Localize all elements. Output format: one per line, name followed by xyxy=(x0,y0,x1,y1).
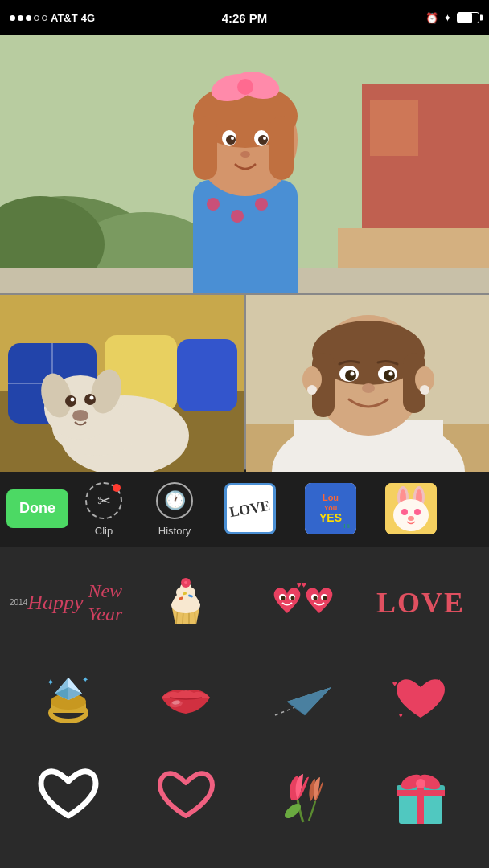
photo-woman xyxy=(246,295,490,472)
svg-point-41 xyxy=(71,398,75,402)
sticker-paper-airplane[interactable] xyxy=(244,651,362,747)
sticker-love-text: LOVE xyxy=(228,497,271,519)
signal-dot-4 xyxy=(34,15,39,21)
scissors-icon: ✂ xyxy=(97,491,111,510)
happy-new-year-sticker: 2014 Happy New Year xyxy=(10,579,127,626)
heart-pink-sticker xyxy=(156,768,216,824)
svg-point-75 xyxy=(401,509,408,515)
svg-point-42 xyxy=(90,396,94,400)
sticker-grid: 2014 Happy New Year xyxy=(0,547,489,868)
carrier-label: AT&T xyxy=(51,12,78,24)
sticker-partial-1[interactable] xyxy=(10,844,127,868)
svg-rect-16 xyxy=(269,116,294,180)
svg-marker-114 xyxy=(287,687,331,715)
signal-dot-1 xyxy=(10,15,15,21)
signal-dots xyxy=(10,15,47,21)
paper-airplane-sticker xyxy=(271,671,335,727)
svg-point-63 xyxy=(362,383,375,393)
svg-point-60 xyxy=(384,370,395,381)
photo-grid xyxy=(0,35,489,469)
svg-text:♥: ♥ xyxy=(392,679,397,688)
heart-solid-sticker: ♥ ♥ ♥ xyxy=(392,674,449,726)
svg-rect-15 xyxy=(193,116,217,180)
sticker-love-selected: LOVE xyxy=(224,483,276,534)
status-left: AT&T 4G xyxy=(10,12,95,24)
sticker-love-text[interactable]: LOVE xyxy=(362,555,479,651)
svg-point-56 xyxy=(420,385,429,395)
clip-icon-wrap: ✂ xyxy=(83,480,125,522)
sticker-lips[interactable] xyxy=(127,651,244,747)
sticker-cupcake[interactable] xyxy=(127,555,244,651)
svg-text:♥♥: ♥♥ xyxy=(297,580,306,589)
heart-white-sticker xyxy=(36,766,101,826)
svg-point-9 xyxy=(207,198,220,211)
network-label: 4G xyxy=(81,12,95,24)
clip-tool[interactable]: ✂ Clip xyxy=(68,480,139,537)
flowers-sticker xyxy=(275,766,331,826)
svg-point-76 xyxy=(414,509,421,515)
sticker-happy-new-year[interactable]: 2014 Happy New Year xyxy=(10,555,127,651)
alarm-icon: ⏰ xyxy=(425,12,438,24)
sticker-ring[interactable]: ✦ ✦ xyxy=(10,651,127,747)
lips-sticker xyxy=(154,675,218,723)
svg-point-62 xyxy=(388,372,392,376)
clip-label: Clip xyxy=(95,525,113,537)
sticker-heart-white[interactable] xyxy=(10,747,127,844)
svg-point-97 xyxy=(323,596,327,600)
photo-girl xyxy=(0,35,489,293)
cupcake-sticker xyxy=(158,575,214,631)
svg-point-74 xyxy=(393,499,429,531)
status-right: ⏰ ✦ xyxy=(425,12,479,24)
svg-point-55 xyxy=(307,385,317,395)
svg-text:✦: ✦ xyxy=(47,677,55,688)
svg-point-59 xyxy=(345,370,356,381)
svg-point-86 xyxy=(184,581,187,584)
battery-fill xyxy=(458,13,472,23)
sticker-flowers[interactable] xyxy=(244,747,362,844)
toolbar: Done ✂ Clip 🕐 History LOVE Lou You xyxy=(0,469,489,547)
signal-dot-3 xyxy=(26,15,31,21)
sticker-hearts-couple[interactable]: ♥♥ xyxy=(244,555,362,651)
sticker-love-tab[interactable]: LOVE xyxy=(210,483,290,534)
clock-icon: 🕐 xyxy=(164,490,186,511)
history-label: History xyxy=(158,525,191,537)
done-button[interactable]: Done xyxy=(6,489,68,528)
sticker-yes-tab[interactable]: Lou You YES Hi xyxy=(290,483,371,534)
svg-point-39 xyxy=(65,395,76,407)
signal-dot-5 xyxy=(42,15,47,21)
svg-point-23 xyxy=(258,135,268,145)
sticker-yes-icon: Lou You YES Hi xyxy=(305,483,356,534)
sticker-heart-pink[interactable] xyxy=(127,747,244,844)
history-icon-wrap: 🕐 xyxy=(154,480,195,522)
ring-sticker: ✦ ✦ xyxy=(40,671,97,727)
gift-box-sticker xyxy=(392,768,449,824)
svg-line-111 xyxy=(275,707,295,715)
clip-circle: ✂ xyxy=(85,482,122,519)
sticker-gift-box[interactable] xyxy=(362,747,479,844)
sticker-heart-solid[interactable]: ♥ ♥ ♥ xyxy=(362,651,479,747)
svg-point-24 xyxy=(231,137,234,140)
svg-text:Hi: Hi xyxy=(343,522,350,530)
svg-point-43 xyxy=(72,410,88,421)
bluetooth-icon: ✦ xyxy=(443,12,452,24)
svg-point-22 xyxy=(226,135,236,145)
svg-point-126 xyxy=(416,779,425,788)
history-circle: 🕐 xyxy=(156,482,193,519)
sticker-partial-2[interactable] xyxy=(127,844,244,868)
sticker-bunny-tab[interactable] xyxy=(371,483,451,534)
sticker-partial-3[interactable] xyxy=(244,844,362,868)
svg-rect-5 xyxy=(370,100,418,156)
sticker-partial-4[interactable] xyxy=(362,844,479,868)
battery-indicator xyxy=(457,12,479,23)
signal-dot-2 xyxy=(18,15,23,21)
hearts-couple-sticker: ♥♥ xyxy=(271,575,335,631)
svg-point-19 xyxy=(237,79,253,95)
history-tool[interactable]: 🕐 History xyxy=(139,480,210,537)
svg-point-61 xyxy=(350,372,354,376)
svg-text:♥: ♥ xyxy=(399,712,403,719)
love-text-sticker: LOVE xyxy=(376,586,465,620)
svg-point-40 xyxy=(84,394,96,405)
svg-text:✦: ✦ xyxy=(82,675,88,684)
svg-point-10 xyxy=(231,210,244,223)
svg-point-26 xyxy=(240,151,250,158)
